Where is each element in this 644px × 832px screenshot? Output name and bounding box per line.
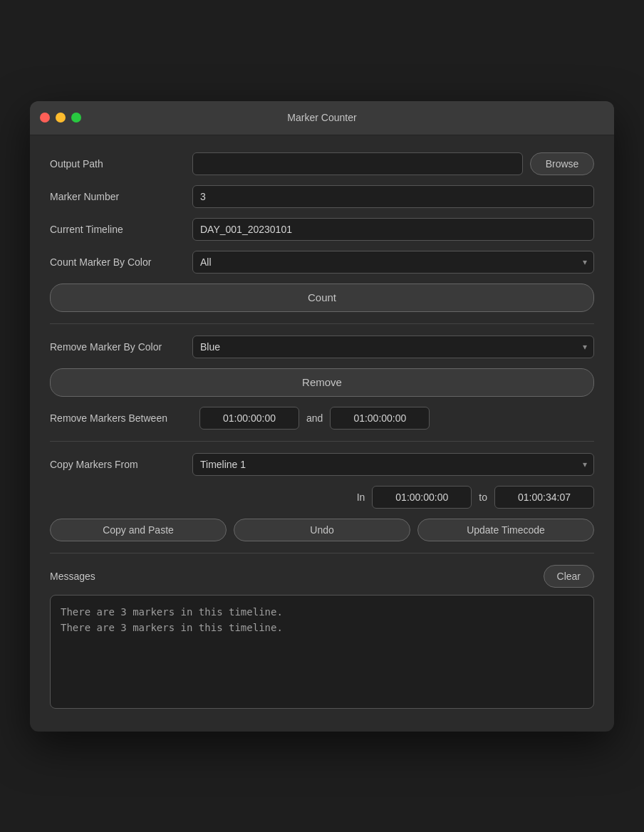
marker-number-input[interactable] [192, 185, 594, 208]
main-content: Output Path Browse Marker Number Current… [30, 135, 614, 732]
remove-markers-between-row: Remove Markers Between and [50, 407, 594, 430]
remove-markers-between-label: Remove Markers Between [50, 412, 192, 424]
count-color-select-wrapper: All Blue Cyan Green Yellow Red ▾ [192, 251, 594, 274]
count-marker-by-color-label: Count Marker By Color [50, 256, 192, 268]
between-and-label: and [306, 412, 323, 424]
remove-marker-by-color-label: Remove Marker By Color [50, 341, 192, 353]
marker-number-label: Marker Number [50, 191, 192, 202]
copy-and-paste-button[interactable]: Copy and Paste [50, 519, 227, 541]
minimize-button[interactable] [56, 113, 66, 123]
remove-color-select[interactable]: All Blue Cyan Green Yellow Red [192, 336, 594, 358]
update-timecode-button[interactable]: Update Timecode [417, 519, 594, 541]
titlebar: Marker Counter [30, 101, 614, 135]
current-timeline-input[interactable] [192, 218, 594, 241]
output-path-input[interactable] [192, 152, 523, 175]
copy-from-select-wrapper: Timeline 1 Timeline 2 Timeline 3 ▾ [192, 453, 594, 476]
app-window: Marker Counter Output Path Browse Marker… [30, 101, 614, 732]
current-timeline-label: Current Timeline [50, 224, 192, 235]
traffic-lights [40, 113, 81, 123]
current-timeline-row: Current Timeline [50, 218, 594, 241]
remove-between-from-input[interactable] [199, 407, 299, 430]
divider-3 [50, 553, 594, 553]
divider-2 [50, 441, 594, 442]
copy-markers-from-row: Copy Markers From Timeline 1 Timeline 2 … [50, 453, 594, 476]
in-timecode-input[interactable] [372, 486, 472, 509]
remove-button[interactable]: Remove [50, 368, 594, 397]
close-button[interactable] [40, 113, 50, 123]
to-timecode-input[interactable] [494, 486, 594, 509]
remove-between-to-input[interactable] [330, 407, 430, 430]
in-label: In [357, 492, 365, 503]
marker-number-row: Marker Number [50, 185, 594, 208]
count-marker-by-color-row: Count Marker By Color All Blue Cyan Gree… [50, 251, 594, 274]
remove-color-select-wrapper: All Blue Cyan Green Yellow Red ▾ [192, 336, 594, 358]
remove-btn-row: Remove [50, 368, 594, 397]
count-color-select[interactable]: All Blue Cyan Green Yellow Red [192, 251, 594, 274]
copy-markers-from-label: Copy Markers From [50, 459, 192, 470]
in-to-row: In to [50, 486, 594, 509]
to-label: to [479, 492, 487, 503]
undo-button[interactable]: Undo [234, 519, 410, 541]
action-buttons-row: Copy and Paste Undo Update Timecode [50, 519, 594, 541]
browse-button[interactable]: Browse [530, 152, 594, 175]
divider-1 [50, 323, 594, 324]
messages-row: Messages Clear [50, 565, 594, 588]
remove-marker-by-color-row: Remove Marker By Color All Blue Cyan Gre… [50, 336, 594, 358]
window-title: Marker Counter [287, 112, 356, 123]
count-button[interactable]: Count [50, 284, 594, 312]
output-path-label: Output Path [50, 158, 192, 170]
maximize-button[interactable] [71, 113, 81, 123]
messages-label: Messages [50, 571, 95, 582]
messages-textarea[interactable] [50, 595, 594, 709]
copy-from-select[interactable]: Timeline 1 Timeline 2 Timeline 3 [192, 453, 594, 476]
count-btn-row: Count [50, 284, 594, 312]
output-path-row: Output Path Browse [50, 152, 594, 175]
clear-button[interactable]: Clear [544, 565, 594, 588]
